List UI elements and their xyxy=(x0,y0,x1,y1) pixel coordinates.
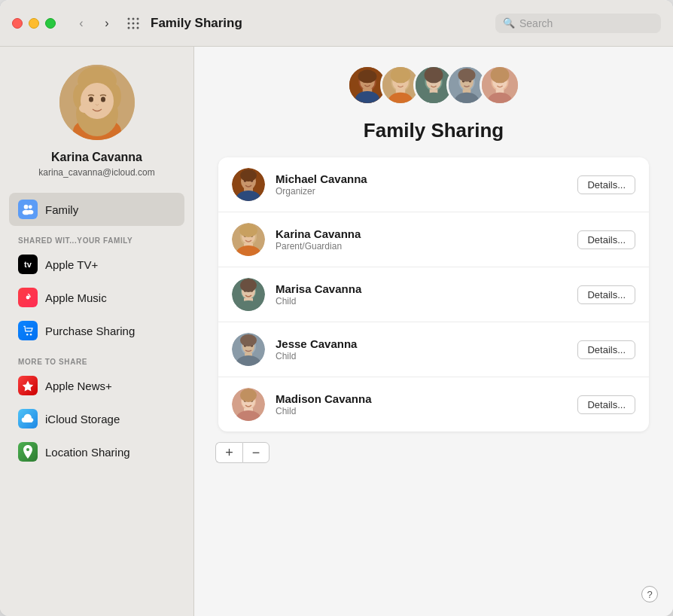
svg-point-2 xyxy=(137,17,139,20)
svg-point-8 xyxy=(137,26,139,29)
svg-point-28 xyxy=(27,210,33,215)
svg-marker-32 xyxy=(23,381,33,392)
svg-point-6 xyxy=(128,26,130,29)
details-button-michael[interactable]: Details... xyxy=(577,175,635,194)
family-avatar-madison xyxy=(480,65,520,105)
remove-member-button[interactable]: − xyxy=(242,442,270,463)
member-avatar-marisa xyxy=(232,278,265,311)
svg-point-5 xyxy=(137,22,139,24)
svg-point-56 xyxy=(425,67,443,83)
minimize-button[interactable] xyxy=(29,18,39,29)
more-section-header: MORE TO SHARE xyxy=(0,347,193,369)
user-name: Karina Cavanna xyxy=(51,151,142,164)
applemusic-icon xyxy=(18,288,38,307)
svg-point-26 xyxy=(29,205,32,209)
appletv-icon: tv xyxy=(18,255,38,274)
main-panel: Family Sharing xyxy=(194,47,673,616)
member-role-marisa: Child xyxy=(276,296,567,306)
member-row-marisa: Marisa Cavanna Child Details... xyxy=(218,267,649,322)
back-arrow[interactable]: ‹ xyxy=(71,13,92,34)
member-name-michael: Michael Cavanna xyxy=(276,172,567,185)
svg-point-25 xyxy=(24,205,29,209)
sidebar-item-applemusic[interactable]: Apple Music xyxy=(9,281,184,314)
member-row-michael: Michael Cavanna Organizer Details... xyxy=(218,157,649,212)
svg-point-95 xyxy=(240,279,257,292)
member-row-jesse: Jesse Cavanna Child Details... xyxy=(218,322,649,377)
sidebar-item-icloud[interactable]: iCloud Storage xyxy=(9,402,184,435)
details-button-madison[interactable]: Details... xyxy=(577,395,635,414)
svg-point-103 xyxy=(240,334,257,346)
svg-point-72 xyxy=(491,67,510,83)
member-row-karina: Karina Cavanna Parent/Guardian Details..… xyxy=(218,212,649,267)
sidebar: Karina Cavanna karina_cavanna@icloud.com… xyxy=(0,47,194,616)
member-name-madison: Madison Cavanna xyxy=(276,392,567,405)
family-avatars xyxy=(347,65,520,105)
svg-point-0 xyxy=(128,17,130,20)
shared-items-section: tv Apple TV+ Apple Music xyxy=(0,248,193,347)
location-icon xyxy=(18,442,38,462)
close-button[interactable] xyxy=(12,18,23,29)
search-box[interactable]: 🔍 xyxy=(495,14,661,33)
svg-point-4 xyxy=(132,22,135,24)
svg-point-111 xyxy=(240,389,257,402)
maximize-button[interactable] xyxy=(45,18,56,29)
window: ‹ › Family Sharing 🔍 xyxy=(0,0,673,616)
member-avatar-jesse xyxy=(232,333,265,366)
member-role-jesse: Child xyxy=(276,351,567,361)
grid-icon[interactable] xyxy=(126,17,140,30)
help-button[interactable]: ? xyxy=(641,586,658,602)
member-name-marisa: Marisa Cavanna xyxy=(276,282,567,295)
svg-point-1 xyxy=(132,17,135,20)
titlebar: ‹ › Family Sharing 🔍 xyxy=(0,0,673,47)
member-info-marisa: Marisa Cavanna Child xyxy=(276,282,567,306)
sidebar-item-label-appletv: Apple TV+ xyxy=(45,258,98,271)
main-wrapper: Family Sharing xyxy=(194,47,673,616)
svg-point-79 xyxy=(240,169,257,181)
member-avatar-karina xyxy=(232,223,265,256)
members-list: Michael Cavanna Organizer Details... xyxy=(218,157,649,432)
details-button-jesse[interactable]: Details... xyxy=(577,340,635,359)
sidebar-item-label-family: Family xyxy=(45,203,78,216)
member-info-madison: Madison Cavanna Child xyxy=(276,392,567,416)
sidebar-item-family[interactable]: Family xyxy=(9,193,184,226)
window-title: Family Sharing xyxy=(151,16,495,31)
svg-point-22 xyxy=(89,97,93,102)
search-input[interactable] xyxy=(519,17,653,29)
details-button-karina[interactable]: Details... xyxy=(577,230,635,249)
member-info-jesse: Jesse Cavanna Child xyxy=(276,337,567,361)
member-name-karina: Karina Cavanna xyxy=(276,227,567,240)
sidebar-item-label-location: Location Sharing xyxy=(45,446,130,459)
user-email: karina_cavanna@icloud.com xyxy=(38,167,154,178)
user-avatar xyxy=(59,65,135,140)
sidebar-item-applenews[interactable]: Apple News+ xyxy=(9,369,184,402)
svg-point-23 xyxy=(101,97,105,102)
applenews-icon xyxy=(18,376,38,395)
member-info-karina: Karina Cavanna Parent/Guardian xyxy=(276,227,567,252)
list-actions: + − xyxy=(215,442,270,463)
member-role-karina: Parent/Guardian xyxy=(276,241,567,252)
forward-arrow[interactable]: › xyxy=(96,13,117,34)
sidebar-item-location[interactable]: Location Sharing xyxy=(9,435,184,468)
member-row-madison: Madison Cavanna Child Details... xyxy=(218,377,649,432)
details-button-marisa[interactable]: Details... xyxy=(577,285,635,304)
member-name-jesse: Jesse Cavanna xyxy=(276,337,567,350)
svg-point-64 xyxy=(458,69,475,82)
sidebar-item-label-applenews: Apple News+ xyxy=(45,380,112,392)
member-role-madison: Child xyxy=(276,406,567,416)
sidebar-item-label-icloud: iCloud Storage xyxy=(45,413,120,425)
svg-point-21 xyxy=(81,83,114,119)
panel-title: Family Sharing xyxy=(364,119,504,142)
sidebar-item-purchase[interactable]: Purchase Sharing xyxy=(9,314,184,347)
svg-point-30 xyxy=(26,334,28,335)
svg-point-40 xyxy=(358,70,377,84)
sidebar-item-appletv[interactable]: tv Apple TV+ xyxy=(9,248,184,281)
icloud-icon xyxy=(18,409,38,428)
member-avatar-michael xyxy=(232,168,265,201)
svg-point-7 xyxy=(132,26,135,29)
add-member-button[interactable]: + xyxy=(215,442,242,463)
search-icon: 🔍 xyxy=(503,17,515,29)
member-avatar-madison xyxy=(232,388,265,421)
sidebar-item-label-purchase: Purchase Sharing xyxy=(45,325,135,337)
purchase-icon xyxy=(18,321,38,340)
svg-point-31 xyxy=(30,334,32,335)
